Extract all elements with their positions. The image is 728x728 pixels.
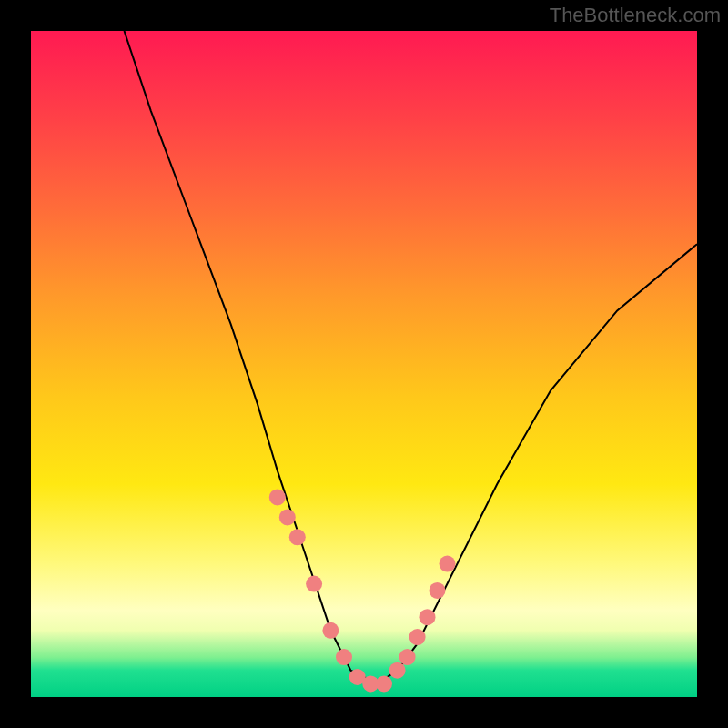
marker-dot [269, 489, 286, 505]
marker-dot [389, 662, 406, 679]
marker-dot [289, 529, 306, 545]
marker-dot [440, 556, 456, 572]
marker-dot [430, 582, 446, 599]
marker-dot [376, 675, 392, 692]
marker-dot [322, 622, 339, 639]
marker-dot [399, 649, 416, 665]
chart-svg [31, 31, 697, 697]
curve-markers [269, 489, 456, 692]
marker-dot [410, 629, 426, 645]
marker-dot [279, 509, 296, 525]
marker-dot [306, 576, 322, 592]
curve-line [125, 31, 698, 683]
watermark-text: TheBottleneck.com [550, 4, 721, 27]
marker-dot [336, 649, 352, 665]
chart-area [31, 31, 697, 697]
marker-dot [420, 609, 436, 625]
